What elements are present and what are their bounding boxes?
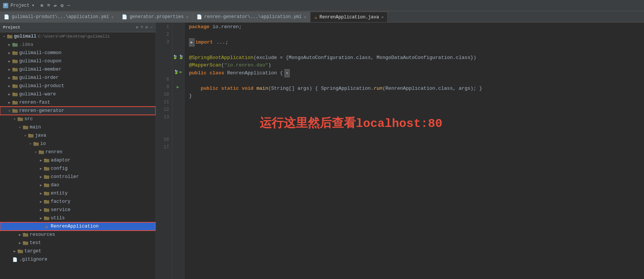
svg-rect-39 <box>44 192 46 193</box>
svg-rect-27 <box>33 142 36 143</box>
controller-folder-icon <box>44 174 50 179</box>
config-chevron: ▶ <box>38 166 44 171</box>
renren-app-icon: ☕ <box>44 224 50 229</box>
renren-folder-icon <box>38 149 44 155</box>
idea-chevron: ▶ <box>7 42 12 47</box>
svg-rect-11 <box>12 76 15 77</box>
tree-utils[interactable]: ▶ utils <box>0 214 156 222</box>
tab-application-yml-product[interactable]: 📄 gulimall-product\...\application.yml ✕ <box>0 12 118 22</box>
line-numbers: 1 2 3 4 5 6 7 8 9 10 11 12 13 14 15 16 1… <box>156 23 172 279</box>
svg-rect-41 <box>44 200 46 201</box>
tree-resources[interactable]: ▶ resources <box>0 231 156 239</box>
tree-service[interactable]: ▶ service <box>0 206 156 214</box>
factory-label: factory <box>51 199 71 204</box>
svg-rect-17 <box>12 101 15 102</box>
target-folder-icon <box>17 249 23 254</box>
code-line-10: @MapperScan("io.renren.dao") <box>189 62 644 69</box>
ware-label: gulimall-ware <box>19 92 56 97</box>
sidebar-icon-1[interactable]: ⊕ <box>136 25 139 30</box>
tab-label-4: RenrenApplication.java <box>319 15 379 20</box>
run-icon-11[interactable]: ▶ <box>180 68 182 76</box>
dao-folder-icon <box>44 182 50 188</box>
tree-gitignore[interactable]: ▶ 📄 .gitignore <box>0 255 156 264</box>
svg-rect-7 <box>12 60 15 61</box>
tab-application-yml-renren[interactable]: 📄 renren-generator\...\application.yml ✕ <box>193 12 311 22</box>
tree-idea[interactable]: ▶ .idea <box>0 41 156 49</box>
adaptor-folder-icon <box>44 158 50 163</box>
toolbar-add-icon[interactable]: ⊕ <box>41 3 44 9</box>
tree-renren-generator[interactable]: ▾ renren-generator <box>0 107 156 115</box>
tree-renren[interactable]: ▾ renren <box>0 148 156 156</box>
tree-renren-application[interactable]: ▶ ☕ RenrenApplication <box>0 222 156 231</box>
sidebar-icon-2[interactable]: ≡ <box>141 25 143 30</box>
adaptor-label: adaptor <box>51 158 71 163</box>
tree-target[interactable]: ▶ target <box>0 247 156 255</box>
class-fold[interactable]: ▾ <box>284 69 290 77</box>
sidebar-icon-3[interactable]: ⚙ <box>145 25 148 30</box>
import-fold[interactable]: ▶ <box>189 38 195 47</box>
dao-label: dao <box>51 182 59 188</box>
code-line-17 <box>189 100 644 107</box>
title-bar-actions: ⊕ ≡ ⇌ ⚙ — <box>41 3 70 9</box>
member-chevron: ▶ <box>7 67 12 72</box>
svg-rect-29 <box>39 151 41 152</box>
src-chevron: ▾ <box>12 116 17 122</box>
tree-coupon[interactable]: ▶ gulimall-coupon <box>0 57 156 65</box>
root-folder-icon <box>7 34 13 39</box>
tab-close-4[interactable]: ✕ <box>381 15 384 20</box>
tree-io[interactable]: ▾ io <box>0 140 156 148</box>
code-area[interactable]: package io.renren; ▶ import ...; @Spring… <box>184 23 644 279</box>
tree-java[interactable]: ▾ java <box>0 131 156 140</box>
fn-main: main <box>257 85 268 92</box>
tab-generator-properties[interactable]: 📄 generator.properties ✕ <box>118 12 193 22</box>
tree-product[interactable]: ▶ gulimall-product <box>0 82 156 90</box>
tree-ware[interactable]: ▶ gulimall-ware <box>0 90 156 98</box>
tab-close-2[interactable]: ✕ <box>186 15 189 20</box>
tab-icon-java: ☕ <box>314 14 317 20</box>
svg-rect-25 <box>28 134 30 135</box>
kw-public-11: public <box>189 69 207 77</box>
tree-src[interactable]: ▾ src <box>0 115 156 123</box>
toolbar-minimize-icon[interactable]: — <box>67 3 70 8</box>
tree-factory[interactable]: ▶ factory <box>0 198 156 206</box>
tree-root[interactable]: ▾ gulimall C:\Users\HP\Desktop\gulimall1 <box>0 32 156 41</box>
tree-test[interactable]: ▶ test <box>0 239 156 247</box>
tab-close-1[interactable]: ✕ <box>111 15 114 20</box>
tab-label-1: gulimall-product\...\application.yml <box>12 14 109 20</box>
tree-member[interactable]: ▶ gulimall-member <box>0 65 156 74</box>
test-label: test <box>30 240 41 246</box>
utils-label: utils <box>51 216 65 221</box>
tree-dao[interactable]: ▶ dao <box>0 181 156 189</box>
main-area: Project ⊕ ≡ ⚙ — ▾ gulimall C:\Users\HP\D… <box>0 23 644 279</box>
tree-entity[interactable]: ▶ entity <box>0 189 156 198</box>
member-folder-icon <box>12 67 18 72</box>
kw-void: void <box>242 85 253 92</box>
tree-order[interactable]: ▶ gulimall-order <box>0 74 156 82</box>
svg-rect-45 <box>44 217 46 218</box>
renren-chevron: ▾ <box>33 149 38 155</box>
sidebar-icon-4[interactable]: — <box>150 25 153 30</box>
tab-icon-yaml2: 📄 <box>197 14 202 20</box>
src-folder-icon <box>17 116 23 122</box>
tree-main[interactable]: ▾ main <box>0 123 156 131</box>
main-chevron: ▾ <box>17 125 23 130</box>
tab-label-2: generator.properties <box>130 14 184 20</box>
run-icon-13[interactable]: ▶ <box>177 83 179 91</box>
toolbar-swap-icon[interactable]: ⇌ <box>54 3 57 9</box>
code-line-11: public class RenrenApplication { ▾ <box>189 69 644 77</box>
idea-label: .idea <box>19 42 33 47</box>
tree-controller[interactable]: ▶ controller <box>0 173 156 181</box>
tab-close-3[interactable]: ✕ <box>304 15 307 20</box>
toolbar-settings-icon[interactable]: ⚙ <box>60 3 63 9</box>
tree-renren-fast[interactable]: ▶ renren-fast <box>0 98 156 107</box>
main-label: main <box>30 125 41 130</box>
dao-chevron: ▶ <box>38 182 44 188</box>
tree-config[interactable]: ▶ config <box>0 164 156 173</box>
order-label: gulimall-order <box>19 75 59 80</box>
tree-common[interactable]: ▶ gulimall-common <box>0 49 156 57</box>
str-dao: "io.renren.dao" <box>224 62 268 69</box>
tab-renren-application-java[interactable]: ☕ RenrenApplication.java ✕ <box>310 12 388 22</box>
tree-adaptor[interactable]: ▶ adaptor <box>0 156 156 164</box>
factory-folder-icon <box>44 199 50 204</box>
toolbar-list-icon[interactable]: ≡ <box>47 3 50 8</box>
